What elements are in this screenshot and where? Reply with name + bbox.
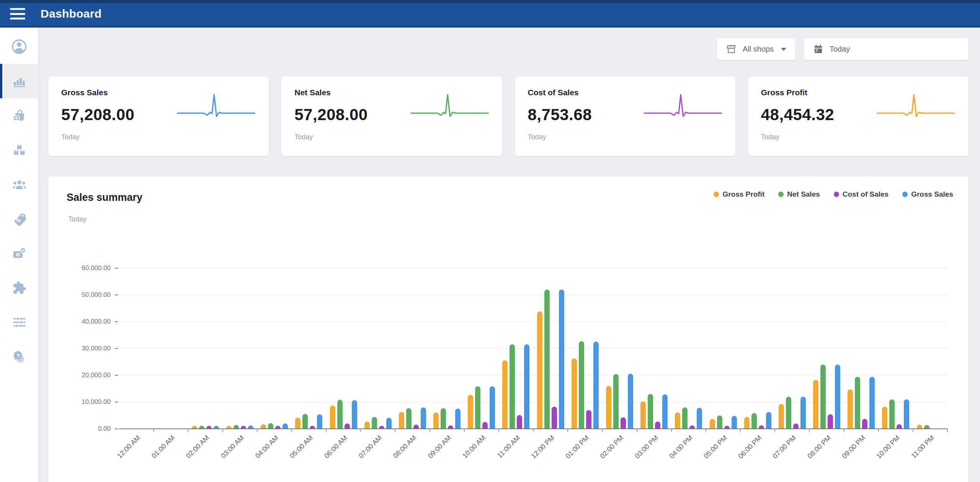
bar xyxy=(628,374,633,428)
bar xyxy=(766,412,771,428)
bar xyxy=(268,423,273,428)
chart-title: Sales summary xyxy=(67,192,142,204)
bar-group: 07:00 PM xyxy=(775,268,809,428)
y-axis-label: 10,000.00 xyxy=(82,398,111,406)
x-axis-label: 05:00 PM xyxy=(702,434,729,460)
x-axis-label: 12:00 PM xyxy=(530,434,556,460)
stat-card-period: Today xyxy=(61,133,256,141)
bar xyxy=(214,426,219,428)
settings-icon xyxy=(12,315,26,329)
sidebar-item-reports[interactable] xyxy=(0,64,38,98)
bar xyxy=(372,417,377,428)
hamburger-menu-icon[interactable] xyxy=(10,7,25,20)
help-icon: ? xyxy=(12,350,26,364)
legend-item[interactable]: Cost of Sales xyxy=(834,190,889,199)
bar xyxy=(586,410,591,428)
reports-icon xyxy=(12,74,26,88)
sparkline xyxy=(875,90,957,130)
bar xyxy=(606,386,611,428)
sidebar: % xyxy=(0,28,39,482)
sidebar-item-items[interactable] xyxy=(0,133,38,167)
x-axis-label: 04:00 AM xyxy=(254,434,280,460)
bar xyxy=(275,426,281,428)
bar xyxy=(302,414,308,428)
svg-text:?: ? xyxy=(16,352,20,358)
caret-down-icon xyxy=(781,48,786,51)
date-filter-button[interactable]: Today xyxy=(804,38,969,60)
legend-label: Cost of Sales xyxy=(843,190,889,199)
bar xyxy=(283,423,288,428)
bar xyxy=(917,425,922,429)
legend-item[interactable]: Gross Profit xyxy=(714,190,764,199)
bar-group: 03:00 PM xyxy=(637,268,671,428)
sidebar-item-payments[interactable] xyxy=(0,236,38,270)
sidebar-item-settings[interactable] xyxy=(0,305,38,339)
bar xyxy=(295,418,301,428)
x-axis-label: 11:00 AM xyxy=(496,434,522,460)
bar xyxy=(835,365,840,428)
bar xyxy=(675,412,680,428)
bar xyxy=(490,386,495,428)
bar-group: 05:00 PM xyxy=(706,268,740,428)
stat-card-net-sales: Net Sales 57,208.00 Today xyxy=(281,77,502,156)
chart-legend: Gross ProfitNet SalesCost of SalesGross … xyxy=(714,190,953,199)
bar xyxy=(613,374,619,428)
bar xyxy=(813,380,818,428)
bar xyxy=(206,426,212,428)
sidebar-item-sales[interactable] xyxy=(0,98,38,133)
sparkline xyxy=(408,90,491,130)
y-axis-label: 0.00 xyxy=(98,425,111,433)
x-axis-label: 10:00 PM xyxy=(875,434,901,460)
sparkline xyxy=(175,90,257,130)
bar-group: 09:00 AM xyxy=(430,268,464,428)
bar-group: 01:00 AM xyxy=(154,268,188,428)
x-axis-label: 12:00 AM xyxy=(116,434,142,460)
bar xyxy=(441,408,446,428)
x-axis-label: 02:00 PM xyxy=(599,434,625,460)
x-axis-label: 03:00 PM xyxy=(633,434,660,460)
bar xyxy=(544,290,550,428)
bar-group: 11:00 PM xyxy=(913,268,947,428)
sparkline xyxy=(642,90,724,130)
bar xyxy=(924,425,929,428)
bar xyxy=(559,290,564,428)
sidebar-item-apps[interactable] xyxy=(0,270,38,305)
bar xyxy=(732,416,737,428)
bar xyxy=(226,426,232,428)
bar xyxy=(364,422,370,428)
bar xyxy=(640,401,646,428)
x-axis-label: 06:00 AM xyxy=(323,434,349,460)
shop-filter-button[interactable]: All shops xyxy=(717,38,795,60)
chart-subtitle: Today xyxy=(68,215,87,223)
bar xyxy=(413,425,419,428)
sales-icon xyxy=(12,109,26,123)
bar xyxy=(800,397,806,428)
stat-card-cost-of-sales: Cost of Sales 8,753.68 Today xyxy=(515,77,735,156)
stat-card-period: Today xyxy=(528,133,722,141)
bar xyxy=(869,377,875,428)
sidebar-item-profile[interactable] xyxy=(0,29,38,64)
bar xyxy=(759,425,764,428)
bar xyxy=(317,414,322,428)
bar xyxy=(904,399,909,428)
x-axis-label: 09:00 AM xyxy=(426,434,453,460)
bar-group: 09:00 PM xyxy=(844,268,879,428)
main-content: All shops Today Gross Sales 57,208.00 To… xyxy=(39,28,980,482)
sidebar-item-discounts[interactable]: % xyxy=(0,202,38,236)
legend-item[interactable]: Gross Sales xyxy=(902,190,953,199)
sidebar-item-help[interactable]: ? xyxy=(0,339,38,374)
items-icon xyxy=(12,143,26,157)
bar xyxy=(710,419,715,428)
bar-group: 04:00 AM xyxy=(257,268,292,428)
sidebar-item-employees[interactable] xyxy=(0,167,38,202)
bar xyxy=(241,426,246,428)
bar xyxy=(897,424,902,428)
legend-item[interactable]: Net Sales xyxy=(778,190,820,199)
bar xyxy=(502,360,508,428)
y-axis-label: 50,000.00 xyxy=(82,291,111,299)
bar-group: 11:00 AM xyxy=(499,268,533,428)
bar-group: 12:00 PM xyxy=(533,268,568,428)
bar xyxy=(433,412,439,428)
bar-group: 02:00 PM xyxy=(602,268,637,428)
chart-bars: 12:00 AM01:00 AM02:00 AM03:00 AM04:00 AM… xyxy=(119,268,947,428)
